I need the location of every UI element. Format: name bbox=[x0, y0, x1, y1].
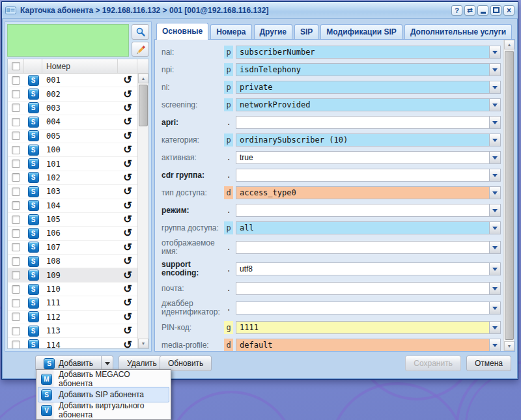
field-value-input[interactable]: access_type0 bbox=[236, 186, 489, 199]
row-checkbox[interactable] bbox=[12, 188, 20, 196]
subscriber-row[interactable]: S 005 ↺ bbox=[8, 130, 137, 143]
subscriber-row[interactable]: S 114 ↺ bbox=[8, 338, 137, 348]
subscriber-row[interactable]: S 109 ↺ bbox=[8, 268, 137, 282]
field-value-input[interactable]: private bbox=[236, 81, 489, 94]
dropdown-trigger-button[interactable] bbox=[489, 301, 501, 315]
history-icon[interactable]: ↺ bbox=[123, 242, 132, 253]
scroll-up-arrow[interactable]: ▲ bbox=[504, 40, 514, 49]
history-icon[interactable]: ↺ bbox=[123, 131, 132, 141]
history-icon[interactable]: ↺ bbox=[123, 256, 132, 266]
save-button[interactable]: Сохранить bbox=[405, 356, 461, 371]
dropdown-trigger-button[interactable] bbox=[489, 282, 501, 295]
dropdown-trigger-button[interactable] bbox=[489, 81, 501, 94]
dropdown-trigger-button[interactable] bbox=[489, 63, 501, 76]
field-value-input[interactable]: 1111 bbox=[236, 321, 489, 334]
subscriber-row[interactable]: S 002 ↺ bbox=[8, 87, 137, 101]
subscriber-row[interactable]: S 106 ↺ bbox=[8, 227, 137, 240]
dropdown-trigger-button[interactable] bbox=[489, 241, 501, 254]
dropdown-trigger-button[interactable] bbox=[489, 46, 501, 59]
field-value-input[interactable]: true bbox=[236, 151, 489, 164]
row-checkbox[interactable] bbox=[12, 341, 20, 348]
close-button[interactable]: × bbox=[503, 5, 514, 16]
row-checkbox[interactable] bbox=[12, 327, 20, 335]
row-checkbox[interactable] bbox=[12, 299, 20, 307]
subscriber-row[interactable]: S 113 ↺ bbox=[8, 324, 137, 338]
subscriber-row[interactable]: S 004 ↺ bbox=[8, 115, 137, 129]
cancel-button[interactable]: Отмена bbox=[466, 356, 511, 371]
list-scrollbar-thumb[interactable] bbox=[139, 85, 148, 126]
grid-header[interactable]: Номер bbox=[8, 59, 148, 74]
dropdown-trigger-button[interactable] bbox=[489, 321, 501, 334]
row-checkbox[interactable] bbox=[12, 160, 20, 168]
row-checkbox[interactable] bbox=[12, 257, 20, 266]
subscriber-row[interactable]: S 107 ↺ bbox=[8, 241, 137, 255]
row-checkbox[interactable] bbox=[12, 313, 20, 321]
sync-button[interactable]: ⇄ bbox=[464, 5, 475, 16]
history-icon[interactable]: ↺ bbox=[123, 326, 132, 336]
history-icon[interactable]: ↺ bbox=[123, 173, 132, 183]
row-checkbox[interactable] bbox=[12, 90, 20, 98]
field-value-input[interactable]: ordinarySubscriber (10) bbox=[236, 133, 489, 147]
subscriber-row[interactable]: S 103 ↺ bbox=[8, 185, 137, 199]
window-titlebar[interactable]: Карточка абонента > 192.168.116.132 > 00… bbox=[2, 2, 518, 19]
subscriber-row[interactable]: S 101 ↺ bbox=[8, 157, 137, 171]
history-icon[interactable]: ↺ bbox=[123, 228, 132, 238]
row-checkbox[interactable] bbox=[12, 216, 20, 224]
help-button[interactable]: ? bbox=[451, 5, 462, 16]
number-column-header[interactable]: Номер bbox=[42, 59, 118, 73]
subscriber-row[interactable]: S 112 ↺ bbox=[8, 311, 137, 324]
edit-button[interactable] bbox=[132, 42, 149, 57]
menu-item-add-s-subscriber[interactable]: S Добавить SIP абонента bbox=[38, 387, 169, 402]
dropdown-trigger-button[interactable] bbox=[489, 133, 501, 147]
field-value-input[interactable] bbox=[236, 301, 489, 315]
row-checkbox[interactable] bbox=[12, 118, 20, 126]
icon-column-header[interactable] bbox=[24, 59, 42, 73]
field-value-input[interactable]: all bbox=[236, 221, 489, 234]
history-icon[interactable]: ↺ bbox=[123, 298, 132, 308]
history-icon[interactable]: ↺ bbox=[123, 117, 132, 127]
field-value-input[interactable] bbox=[236, 241, 489, 254]
history-icon[interactable]: ↺ bbox=[123, 284, 132, 294]
field-value-input[interactable] bbox=[236, 282, 489, 295]
action-column-header[interactable] bbox=[118, 59, 137, 73]
tab-other[interactable]: Другие bbox=[254, 24, 292, 39]
row-checkbox[interactable] bbox=[12, 132, 20, 140]
subscriber-row[interactable]: S 100 ↺ bbox=[8, 143, 137, 157]
tab-additional-services[interactable]: Дополнительные услуги bbox=[404, 24, 512, 39]
dropdown-trigger-button[interactable] bbox=[489, 186, 501, 199]
history-icon[interactable]: ↺ bbox=[123, 340, 132, 348]
history-icon[interactable]: ↺ bbox=[123, 270, 132, 281]
history-icon[interactable]: ↺ bbox=[123, 201, 132, 211]
dropdown-trigger-button[interactable] bbox=[489, 262, 501, 275]
scroll-down-arrow[interactable]: ▼ bbox=[504, 341, 514, 351]
field-value-input[interactable]: subscriberNumber bbox=[236, 46, 489, 59]
row-checkbox[interactable] bbox=[12, 146, 20, 154]
subscriber-row[interactable]: S 102 ↺ bbox=[8, 171, 137, 185]
tab-sip[interactable]: SIP bbox=[294, 24, 318, 39]
history-icon[interactable]: ↺ bbox=[123, 103, 132, 113]
history-icon[interactable]: ↺ bbox=[123, 214, 132, 225]
history-icon[interactable]: ↺ bbox=[123, 75, 132, 85]
history-icon[interactable]: ↺ bbox=[123, 145, 132, 155]
row-checkbox[interactable] bbox=[12, 285, 20, 294]
form-scrollbar-thumb[interactable] bbox=[505, 51, 514, 340]
subscriber-row[interactable]: S 111 ↺ bbox=[8, 296, 137, 310]
subscriber-row[interactable]: S 001 ↺ bbox=[8, 74, 137, 87]
dropdown-trigger-button[interactable] bbox=[489, 151, 501, 164]
field-value-input[interactable] bbox=[236, 169, 489, 182]
history-icon[interactable]: ↺ bbox=[123, 89, 132, 100]
subscriber-row[interactable]: S 105 ↺ bbox=[8, 213, 137, 227]
subscriber-row[interactable]: S 108 ↺ bbox=[8, 255, 137, 268]
row-checkbox[interactable] bbox=[12, 173, 20, 182]
scroll-up-arrow[interactable]: ▲ bbox=[138, 74, 148, 83]
subscriber-row[interactable]: S 104 ↺ bbox=[8, 199, 137, 213]
field-value-input[interactable]: networkProvided bbox=[236, 98, 489, 111]
row-checkbox[interactable] bbox=[12, 271, 20, 279]
dropdown-trigger-button[interactable] bbox=[489, 98, 501, 111]
tab-sip-modifications[interactable]: Модификации SIP bbox=[320, 24, 402, 39]
dropdown-trigger-button[interactable] bbox=[489, 169, 501, 182]
row-checkbox[interactable] bbox=[12, 201, 20, 210]
list-scrollbar[interactable]: ▲ ▼ bbox=[137, 74, 148, 348]
field-value-input[interactable] bbox=[236, 204, 489, 217]
select-all-checkbox[interactable] bbox=[12, 62, 20, 70]
